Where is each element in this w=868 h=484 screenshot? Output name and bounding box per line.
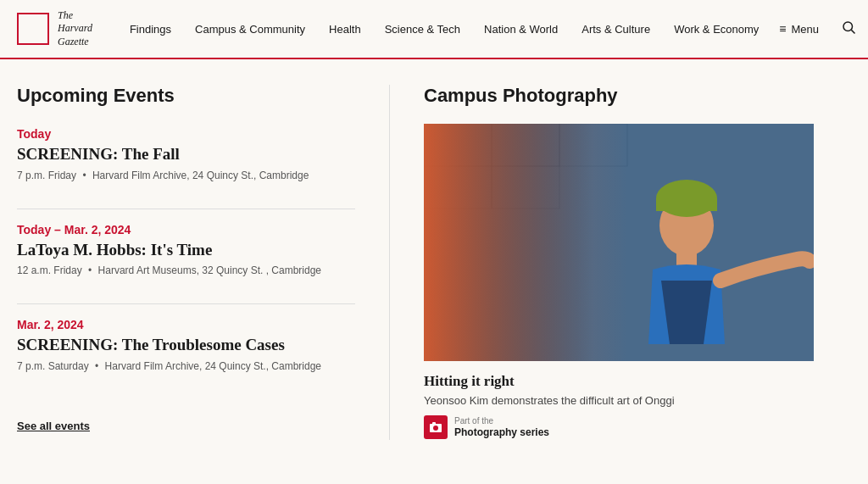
events-column: Upcoming Events Today SCREENING: The Fal…: [17, 85, 390, 440]
logo-text: The Harvard Gazette: [58, 9, 92, 49]
series-icon: [424, 415, 448, 439]
event-item: Today SCREENING: The Fall 7 p.m. Friday …: [17, 127, 355, 209]
hamburger-icon: ≡: [779, 22, 786, 36]
menu-label: Menu: [792, 23, 820, 36]
event-meta-1: 7 p.m. Friday • Harvard Film Archive, 24…: [17, 170, 355, 181]
svg-rect-11: [656, 198, 717, 211]
events-section-title: Upcoming Events: [17, 85, 355, 107]
event-item: Today – Mar. 2, 2024 LaToya M. Hobbs: It…: [17, 223, 355, 305]
event-item: Mar. 2, 2024 SCREENING: The Troublesome …: [17, 318, 355, 399]
campus-photo-column: Campus Photography: [390, 85, 851, 440]
event-title-3[interactable]: SCREENING: The Troublesome Cases: [17, 335, 355, 356]
nav-nation-world[interactable]: Nation & World: [472, 23, 570, 36]
photo-caption-title: Hitting it right: [424, 373, 851, 390]
series-badge[interactable]: Part of the Photography series: [424, 415, 851, 440]
main-content: Upcoming Events Today SCREENING: The Fal…: [0, 59, 868, 474]
photo-background-svg: [424, 124, 814, 361]
photo-caption-desc: Yeonsoo Kim demonstrates the difficult a…: [424, 394, 851, 407]
event-date-2: Today – Mar. 2, 2024: [17, 223, 355, 236]
photo-background: [424, 124, 814, 361]
main-nav: Findings Campus & Community Health Scien…: [118, 23, 771, 36]
svg-rect-16: [432, 422, 436, 425]
logo[interactable]: The Harvard Gazette: [17, 9, 92, 49]
svg-rect-13: [424, 124, 627, 361]
nav-work-economy[interactable]: Work & Economy: [662, 23, 771, 36]
event-title-2[interactable]: LaToya M. Hobbs: It's Time: [17, 240, 355, 261]
svg-point-0: [843, 22, 853, 31]
camera-icon: [429, 420, 442, 434]
event-date-3: Mar. 2, 2024: [17, 318, 355, 331]
header-right: ≡ Menu: [771, 19, 861, 38]
search-icon: [841, 19, 856, 35]
nav-health[interactable]: Health: [317, 23, 373, 36]
campus-photo-image[interactable]: [424, 124, 814, 361]
nav-findings[interactable]: Findings: [118, 23, 183, 36]
series-text: Part of the Photography series: [454, 415, 549, 440]
event-title-1[interactable]: SCREENING: The Fall: [17, 144, 355, 165]
svg-line-1: [851, 30, 854, 33]
event-meta-2: 12 a.m. Friday • Harvard Art Museums, 32…: [17, 264, 355, 276]
campus-photo-section-title: Campus Photography: [424, 85, 851, 107]
nav-arts-culture[interactable]: Arts & Culture: [570, 23, 662, 36]
search-button[interactable]: [836, 19, 861, 38]
menu-button[interactable]: ≡ Menu: [771, 22, 827, 36]
logo-box: [17, 13, 49, 45]
nav-campus-community[interactable]: Campus & Community: [183, 23, 317, 36]
nav-science-tech[interactable]: Science & Tech: [373, 23, 472, 36]
event-meta-3: 7 p.m. Saturday • Harvard Film Archive, …: [17, 360, 355, 372]
svg-point-15: [433, 426, 438, 431]
see-all-events-link[interactable]: See all events: [17, 420, 90, 432]
site-header: The Harvard Gazette Findings Campus & Co…: [0, 0, 868, 59]
event-date-1: Today: [17, 127, 355, 141]
